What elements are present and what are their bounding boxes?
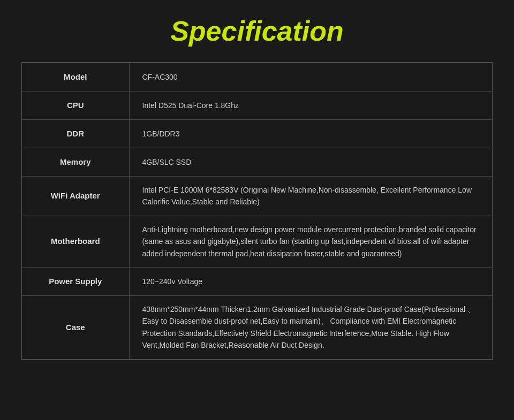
row-value: 438mm*250mm*44mm Thicken1.2mm Galvanized… xyxy=(129,295,493,359)
table-row: MotherboardAnti-Lightning motherboard,ne… xyxy=(22,216,493,267)
table-row: Memory4GB/SLC SSD xyxy=(22,148,493,177)
row-label: Power Supply xyxy=(22,267,129,295)
table-row: WiFi AdapterIntel PCI-E 1000M 6*82583V (… xyxy=(22,177,493,216)
row-value: Intel PCI-E 1000M 6*82583V (Original New… xyxy=(129,177,493,216)
row-value: Intel D525 Dual-Core 1.8Ghz xyxy=(129,91,493,120)
row-value: CF-AC300 xyxy=(129,63,493,91)
row-label: DDR xyxy=(22,120,129,148)
row-value: 1GB/DDR3 xyxy=(129,120,493,148)
row-value: 4GB/SLC SSD xyxy=(129,148,493,177)
spec-table-container: ModelCF-AC300CPUIntel D525 Dual-Core 1.8… xyxy=(21,62,493,360)
table-row: CPUIntel D525 Dual-Core 1.8Ghz xyxy=(22,91,493,120)
row-label: CPU xyxy=(22,91,129,120)
table-row: DDR1GB/DDR3 xyxy=(22,120,493,148)
table-row: Power Supply120~240v Voltage xyxy=(22,267,493,295)
row-label: WiFi Adapter xyxy=(22,177,129,216)
row-value: Anti-Lightning motherboard,new design po… xyxy=(129,216,493,267)
table-row: ModelCF-AC300 xyxy=(22,63,493,91)
table-row: Case438mm*250mm*44mm Thicken1.2mm Galvan… xyxy=(22,295,493,359)
row-label: Case xyxy=(22,295,129,359)
page-title: Specification xyxy=(170,15,344,47)
spec-table: ModelCF-AC300CPUIntel D525 Dual-Core 1.8… xyxy=(22,63,493,360)
row-value: 120~240v Voltage xyxy=(129,267,493,295)
row-label: Model xyxy=(22,63,129,91)
row-label: Motherboard xyxy=(22,216,129,267)
row-label: Memory xyxy=(22,148,129,177)
